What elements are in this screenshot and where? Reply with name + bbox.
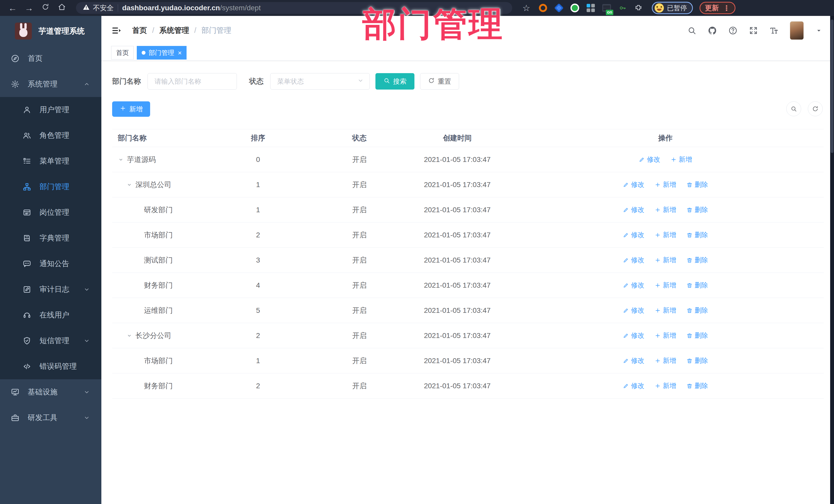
action-label: 删除 (695, 231, 708, 239)
sidebar-item-menu[interactable]: 菜单管理 (0, 148, 101, 174)
github-button[interactable] (708, 26, 717, 35)
search-button[interactable]: 搜索 (375, 73, 414, 90)
expand-placeholder (135, 307, 144, 313)
delete-link[interactable]: 删除 (686, 205, 708, 214)
header-icons (687, 21, 823, 40)
delete-link[interactable]: 删除 (686, 356, 708, 365)
sidebar-fold-button[interactable] (111, 25, 122, 36)
table-header-row: 部门名称排序状态创建时间操作 (112, 129, 824, 147)
sidebar-item-log[interactable]: 审计日志 (0, 277, 101, 302)
extension-gem-icon[interactable] (554, 3, 564, 13)
extension-green-icon[interactable] (570, 3, 579, 13)
edit-link[interactable]: 修改 (623, 331, 644, 340)
edit-link[interactable]: 修改 (623, 231, 644, 239)
sidebar-item-post[interactable]: 岗位管理 (0, 200, 101, 225)
created-cell: 2021-01-05 17:03:47 (408, 231, 507, 239)
created-cell: 2021-01-05 17:03:47 (408, 181, 507, 189)
dept-name-cell: 市场部门 (112, 230, 204, 240)
extension-switch-icon[interactable]: on (602, 3, 611, 13)
action-label: 新增 (663, 231, 676, 239)
status-cell: 开启 (311, 180, 407, 190)
chevron-down-icon (83, 389, 90, 395)
search-button[interactable] (687, 26, 697, 35)
add-link[interactable]: 新增 (655, 281, 676, 290)
delete-link[interactable]: 删除 (686, 306, 708, 315)
browser-profile-button[interactable]: 已暂停 (652, 2, 693, 14)
expand-arrow-icon[interactable] (126, 182, 135, 188)
delete-link[interactable]: 删除 (686, 281, 708, 290)
delete-link[interactable]: 删除 (686, 256, 708, 265)
breadcrumb-item[interactable]: 系统管理 (159, 25, 189, 36)
edit-link[interactable]: 修改 (623, 205, 644, 214)
edit-link[interactable]: 修改 (623, 256, 644, 265)
add-link[interactable]: 新增 (655, 331, 676, 340)
sidebar-item-dict[interactable]: 字典管理 (0, 225, 101, 251)
tab-dept[interactable]: 部门管理× (137, 46, 186, 60)
close-icon[interactable]: × (178, 49, 182, 56)
reset-button[interactable]: 重置 (420, 73, 459, 90)
bookmark-star-button[interactable]: ☆ (520, 2, 533, 14)
avatar-image (790, 21, 804, 40)
sidebar-item-tools[interactable]: 研发工具 (0, 405, 101, 431)
refresh-table-button[interactable] (808, 101, 823, 116)
extension-grid-icon[interactable] (586, 3, 595, 13)
browser-menu-icon[interactable]: ⋮ (723, 4, 730, 12)
delete-link[interactable]: 删除 (686, 331, 708, 340)
delete-link[interactable]: 删除 (686, 180, 708, 189)
toggle-search-button[interactable] (786, 101, 801, 116)
add-link[interactable]: 新增 (655, 306, 676, 315)
tab-home[interactable]: 首页 (111, 46, 134, 60)
edit-link[interactable]: 修改 (623, 381, 644, 390)
edit-link[interactable]: 修改 (639, 155, 660, 164)
app-logo[interactable]: 芋道管理系统 (0, 16, 101, 46)
add-link[interactable]: 新增 (655, 256, 676, 265)
browser-forward-button[interactable]: → (22, 2, 36, 14)
edit-link[interactable]: 修改 (623, 356, 644, 365)
extension-ring-icon[interactable] (539, 3, 548, 13)
sidebar-item-user[interactable]: 用户管理 (0, 97, 101, 123)
help-button[interactable] (728, 26, 738, 35)
sidebar-item-errcode[interactable]: 错误码管理 (0, 354, 101, 379)
sidebar-item-role[interactable]: 角色管理 (0, 123, 101, 148)
user-avatar[interactable] (790, 21, 804, 40)
browser-back-button[interactable]: ← (6, 2, 20, 14)
edit-link[interactable]: 修改 (623, 180, 644, 189)
browser-home-button[interactable] (55, 2, 69, 14)
add-link[interactable]: 新增 (655, 381, 676, 390)
add-link[interactable]: 新增 (655, 356, 676, 365)
sidebar-item-home[interactable]: 首页 (0, 46, 101, 71)
extension-key-icon[interactable] (618, 3, 627, 13)
expand-arrow-icon[interactable] (126, 333, 135, 339)
expand-arrow-icon[interactable] (118, 156, 127, 163)
breadcrumb-item[interactable]: 首页 (132, 25, 147, 36)
status-select[interactable]: 菜单状态 (270, 73, 370, 90)
sidebar-item-dept[interactable]: 部门管理 (0, 174, 101, 200)
dept-name-input[interactable] (148, 73, 237, 90)
add-link[interactable]: 新增 (655, 180, 676, 189)
size-button[interactable] (769, 26, 778, 35)
add-button[interactable]: 新增 (112, 101, 150, 117)
add-link[interactable]: 新增 (671, 155, 692, 164)
page-scrollbar[interactable] (830, 16, 834, 504)
scrollbar-thumb[interactable] (831, 20, 833, 153)
refresh-icon (812, 106, 819, 112)
sidebar-item-notice[interactable]: 通知公告 (0, 251, 101, 277)
breadcrumb-item[interactable]: 部门管理 (201, 25, 231, 36)
extensions-puzzle-icon[interactable] (634, 3, 643, 13)
sidebar-item-sms[interactable]: 短信管理 (0, 328, 101, 354)
delete-link[interactable]: 删除 (686, 381, 708, 390)
edit-link[interactable]: 修改 (623, 306, 644, 315)
add-link[interactable]: 新增 (655, 205, 676, 214)
fullscreen-button[interactable] (749, 26, 758, 35)
sidebar-item-online[interactable]: 在线用户 (0, 302, 101, 328)
edit-link[interactable]: 修改 (623, 281, 644, 290)
delete-link[interactable]: 删除 (686, 231, 708, 239)
sidebar-item-system[interactable]: 系统管理 (0, 71, 101, 97)
browser-update-button[interactable]: 更新 ⋮ (700, 2, 736, 14)
add-link[interactable]: 新增 (655, 231, 676, 239)
sidebar-item-label: 通知公告 (40, 259, 69, 269)
sidebar-item-label: 研发工具 (28, 413, 58, 423)
browser-reload-button[interactable] (39, 2, 52, 14)
chevron-down-icon[interactable] (815, 27, 823, 35)
sidebar-item-infra[interactable]: 基础设施 (0, 379, 101, 405)
